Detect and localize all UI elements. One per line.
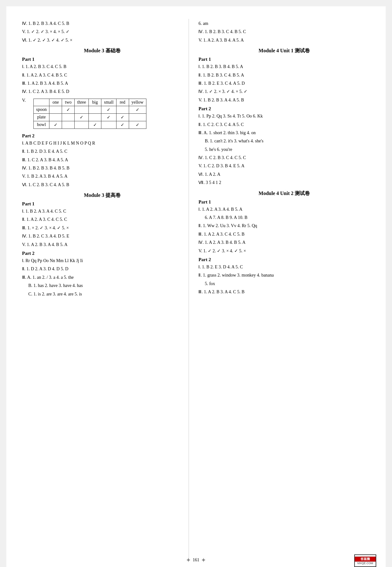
m4u1-p2-l6: Ⅳ. 1. C 2. B 3. C 4. C 5. C [198, 154, 370, 161]
table-v-label: V. [22, 98, 26, 103]
td-bowl-yellow: ✓ [129, 121, 146, 129]
m4u1-p2-l3: Ⅲ. A. 1. short 2. thin 3. big 4. on [198, 129, 370, 136]
right-column: 6. am Ⅳ. 1. B 2. B 3. C 4. B 5. C V. 1. … [189, 19, 370, 561]
td-bowl-big: ✓ [89, 121, 101, 129]
th-one: one [49, 99, 62, 106]
right-top-l1: 6. am [198, 20, 370, 27]
th-empty [33, 99, 49, 106]
th-big: big [89, 99, 101, 106]
star-left: ✦ [186, 556, 191, 564]
line-vi: Ⅵ. 1. ✓ 2. ✓ 3. ✓ 4. ✓ 5. × [22, 37, 182, 44]
m4u1-p1-l1: Ⅰ. 1. B 2. B 3. B 4. B 5. A [198, 63, 370, 70]
td-spoon-red [116, 106, 129, 113]
td-plate-yellow [129, 113, 146, 121]
td-spoon-yellow: ✓ [129, 106, 146, 113]
m4u1-p2-l2: Ⅱ. 1. C 2. C 3. C 4. A 5. C [198, 121, 370, 128]
star-right: ✦ [201, 556, 206, 564]
m4u2-p1-l6: V. 1. ✓ 2. ✓ 3. × 4. ✓ 5. × [198, 248, 370, 255]
td-spoon-three [75, 106, 89, 113]
adv-p2-l5: C. 1. is 2. are 3. are 4. are 5. is [28, 291, 182, 298]
m4u1-p2-l4: B. 1. can't 2. it's 3. what's 4. she's [205, 138, 370, 145]
th-three: three [75, 99, 89, 106]
module3-basic-title: Module 3 基础卷 [22, 48, 182, 54]
m4u1-p2-l1: Ⅰ. 1. Pp 2. Qq 3. Ss 4. Tt 5. Oo 6. Kk [198, 113, 370, 120]
table-row-plate: plate ✓ ✓ ✓ [33, 113, 146, 121]
m4u1-p1-l3: Ⅲ. 1. B 2. E 3. C 4. A 5. D [198, 80, 370, 87]
basic-p1-l3: Ⅲ. 1. A 2. B 3. A 4. B 5. A [22, 80, 182, 87]
th-two: two [62, 99, 75, 106]
th-small: small [101, 99, 116, 106]
m4u1-p1-l4: Ⅳ. 1. ✓ 2. × 3. ✓ 4. × 5. ✓ [198, 88, 370, 95]
table-row-spoon: spoon ✓ ✓ ✓ [33, 106, 146, 113]
m4u2-p1-l5: Ⅳ. 1. A 2. A 3. B 4. B 5. A [198, 239, 370, 246]
m4u2-p1-l2: 6. A 7. A 8. B 9. A 10. B [205, 214, 370, 221]
td-plate-two [62, 113, 75, 121]
td-plate-red: ✓ [116, 113, 129, 121]
m4u1-p1-l2: Ⅱ. 1. B 2. B 3. C 4. B 5. A [198, 72, 370, 79]
adv-p2-l3: Ⅲ. A. 1. an 2. / 3. a 4. a 5. the [22, 274, 182, 281]
right-top-l3: V. 1. A 2. A 3. B 4. A 5. A [198, 37, 370, 44]
td-bowl-one: ✓ [49, 121, 62, 129]
left-column: Ⅳ. 1. B 2. B 3. A 4. C 5. B V. 1. ✓ 2. ✓… [22, 19, 189, 561]
m4u2-p2-l3: 5. fox [205, 280, 370, 287]
adv-p2-l1: Ⅰ. Rr Qq Pp Oo Nn Mm Ll Kk Jj Ii [22, 257, 182, 264]
adv-p1-l4: Ⅳ. 1. B 2. C 3. A 4. D 5. E [22, 233, 182, 240]
logo-top-text: 答案圈 [355, 557, 376, 562]
page-number: 161 [193, 558, 199, 563]
p2-l3: Ⅲ. 1. C 2. A 3. B 4. A 5. A [22, 157, 182, 163]
adv-part1-label: Part 1 [22, 201, 182, 207]
logo-bottom-text: MXQE.COM [357, 562, 373, 565]
m4u2-part2-label: Part 2 [198, 257, 370, 262]
td-spoon-big [89, 106, 101, 113]
adv-p2-l2: Ⅱ. 1. D 2. A 3. D 4. D 5. D [22, 266, 182, 272]
m4u1-part2-label: Part 2 [198, 106, 370, 112]
m4u2-p2-l1: Ⅰ. 1. B 2. E 3. D 4. A 5. C [198, 264, 370, 271]
table-header-row: one two three big small red yellow [33, 99, 146, 106]
m4u1-p2-l5: 5. he's 6. you're [205, 146, 370, 153]
basic-p1-l1: Ⅰ. 1. A 2. B 3. C 4. C 5. B [22, 63, 182, 70]
td-bowl-three [75, 121, 89, 129]
adv-p1-l2: Ⅱ. 1. A 2. A 3. C 4. C 5. C [22, 216, 182, 223]
right-top-l2: Ⅳ. 1. B 2. B 3. C 4. B 5. C [198, 28, 370, 35]
adv-p2-l4: B. 1. has 2. have 3. have 4. has [28, 282, 182, 289]
m4u1-p2-l9: Ⅶ. 3 5 4 1 2 [198, 179, 370, 186]
table-row-bowl: bowl ✓ ✓ ✓ ✓ [33, 121, 146, 129]
table-section: V. one two three big small red yellow sp… [22, 97, 182, 131]
adv-p1-l1: Ⅰ. 1. B 2. A 3. A 4. C 5. C [22, 208, 182, 215]
adv-p1-l5: V. 1. A 2. B 3. A 4. B 5. A [22, 241, 182, 248]
p2-l2: Ⅱ. 1. B 2. D 3. E 4. A 5. C [22, 148, 182, 155]
m4u1-p2-l7: V. 1. C 2. D 3. B 4. E 5. A [198, 163, 370, 169]
p2-l6: Ⅵ. 1. C 2. B 3. C 4. A 5. B [22, 181, 182, 188]
adv-p1-l3: Ⅲ. 1. × 2. ✓ 3. × 4. ✓ 5. × [22, 225, 182, 232]
m4u2-p1-l4: Ⅲ. 1. A 2. A 3. C 4. C 5. B [198, 231, 370, 238]
td-spoon-one [49, 106, 62, 113]
th-yellow: yellow [129, 99, 146, 106]
p2-l1: Ⅰ. A B C D E F G H I J K L M N O P Q R [22, 140, 182, 147]
adv-part2-label: Part 2 [22, 251, 182, 256]
m4u2-p2-l4: Ⅲ. 1. A 2. B 3. A 4. C 5. B [198, 289, 370, 295]
line-iv: Ⅳ. 1. B 2. B 3. A 4. C 5. B [22, 20, 182, 27]
td-bowl-red: ✓ [116, 121, 129, 129]
part1-label-basic: Part 1 [22, 57, 182, 62]
td-bowl-two [62, 121, 75, 129]
part2-label: Part 2 [22, 133, 182, 139]
m4u2-p1-l1: Ⅰ. 1. A 2. A 3. A 4. B 5. A [198, 206, 370, 213]
td-bowl-small [101, 121, 116, 129]
page: Ⅳ. 1. B 2. B 3. A 4. C 5. B V. 1. ✓ 2. ✓… [6, 6, 386, 567]
basic-p1-l2: Ⅱ. 1. A 2. A 3. C 4. B 5. C [22, 72, 182, 79]
module4-unit1-title: Module 4 Unit 1 测试卷 [198, 48, 370, 54]
module4-unit2-title: Module 4 Unit 2 测试卷 [198, 190, 370, 197]
m4u1-p1-l5: V. 1. B 2. B 3. A 4. A 5. B [198, 97, 370, 104]
td-plate-one [49, 113, 62, 121]
answer-table: one two three big small red yellow spoon… [33, 99, 146, 129]
m4u2-p2-l2: Ⅱ. 1. grass 2. window 3. monkey 4. banan… [198, 272, 370, 279]
page-number-area: ✦ 161 ✦ [186, 556, 206, 564]
logo-area: 答案圈 MXQE.COM [354, 554, 376, 567]
td-spoon-small: ✓ [101, 106, 116, 113]
td-bowl-label: bowl [33, 121, 49, 129]
p2-l4: Ⅳ. 1. B 2. B 3. B 4. B 5. B [22, 165, 182, 172]
basic-p1-l4: Ⅳ. 1. C 2. A 3. B 4. E 5. D [22, 88, 182, 95]
td-plate-label: plate [33, 113, 49, 121]
m4u2-part1-label: Part 1 [198, 199, 370, 205]
td-plate-big [89, 113, 101, 121]
